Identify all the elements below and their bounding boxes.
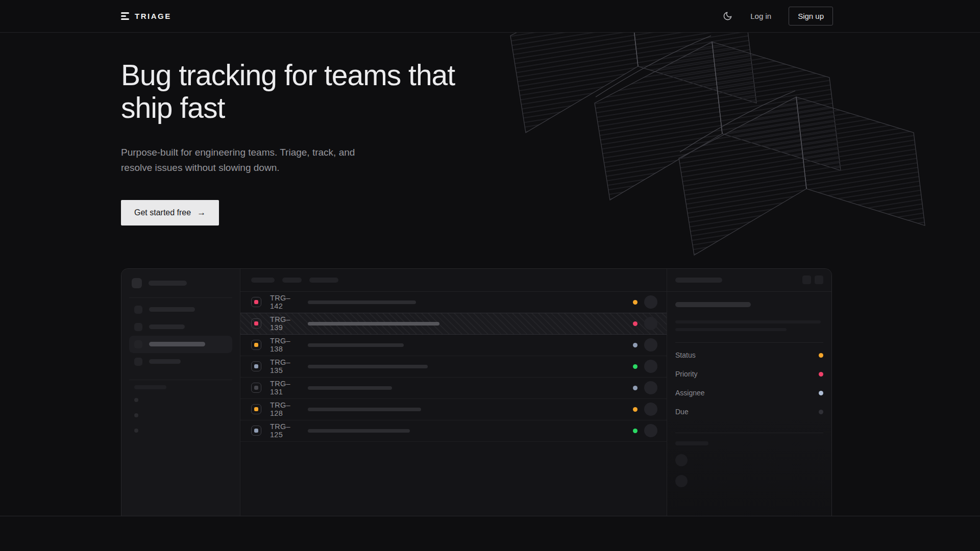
assignee-avatar (644, 317, 657, 330)
hero-section: Bug tracking for teams that ship fast Pu… (0, 33, 980, 226)
preview-sidebar (121, 269, 240, 516)
issue-title-skeleton (308, 365, 428, 368)
issue-row-meta (633, 403, 657, 416)
sidebar-item-icon (134, 306, 142, 314)
status-dot-icon (633, 407, 638, 412)
detail-body: Status Priority Assignee Due (667, 292, 831, 516)
issue-id: TRG–125 (270, 422, 302, 439)
issue-row-meta (633, 317, 657, 330)
assignee-avatar (644, 338, 657, 352)
sidebar-item-icon (134, 340, 142, 348)
sidebar-item[interactable] (129, 353, 232, 370)
filter-tab-skeleton[interactable] (282, 278, 302, 283)
field-value-dot-icon (819, 353, 823, 358)
issue-list-panel: TRG–142 TRG–139 TRG–138 TRG–135 TRG– (240, 269, 667, 516)
field-value-dot-icon (819, 410, 823, 414)
issue-row[interactable]: TRG–138 (240, 335, 667, 356)
status-dot-icon (633, 343, 638, 347)
issue-row[interactable]: TRG–125 (240, 420, 667, 442)
arrow-right-icon: → (197, 208, 206, 217)
detail-field-row[interactable]: Assignee (675, 384, 823, 403)
issue-type-icon (251, 318, 261, 329)
issue-row-meta (633, 424, 657, 437)
detail-text-skeleton (675, 320, 821, 323)
issue-list-header (240, 269, 667, 292)
detail-field-row[interactable]: Priority (675, 365, 823, 384)
sidebar-item-label-skeleton (149, 359, 181, 364)
theme-toggle-button[interactable] (722, 11, 733, 22)
top-nav: TRIAGE Log in Sign up (0, 0, 980, 33)
issue-id: TRG–139 (270, 315, 302, 332)
issue-title-skeleton (308, 408, 421, 411)
detail-field-row[interactable]: Status (675, 346, 823, 365)
sidebar-section-label-skeleton (134, 385, 166, 389)
issue-detail-panel: Status Priority Assignee Due (667, 269, 831, 516)
issue-row-meta (633, 338, 657, 352)
sidebar-item[interactable] (129, 318, 232, 336)
issue-type-icon (251, 404, 261, 414)
status-dot-icon (633, 386, 638, 390)
issue-row[interactable]: TRG–142 (240, 292, 667, 313)
issue-row[interactable]: TRG–135 (240, 356, 667, 378)
status-dot-icon (633, 429, 638, 433)
workspace-icon (132, 278, 142, 288)
sidebar-divider (129, 297, 232, 298)
detail-action-button[interactable] (815, 276, 823, 284)
issue-type-icon (251, 297, 261, 307)
activity-avatar-skeleton (675, 454, 688, 466)
sidebar-item[interactable] (129, 301, 232, 318)
issue-row[interactable]: TRG–139 (240, 313, 667, 335)
get-started-button[interactable]: Get started free → (121, 200, 219, 226)
assignee-avatar (644, 403, 657, 416)
assignee-avatar (644, 295, 657, 309)
issue-row[interactable]: TRG–128 (240, 399, 667, 420)
workspace-switcher[interactable] (129, 278, 232, 288)
sidebar-project-item[interactable] (129, 392, 232, 408)
sidebar-item-label-skeleton (149, 324, 185, 329)
footer-band (0, 516, 980, 550)
issue-row[interactable]: TRG–131 (240, 378, 667, 399)
brand-logo[interactable]: TRIAGE (121, 12, 172, 20)
detail-header (667, 269, 831, 292)
sidebar-item-label-skeleton (149, 307, 195, 312)
sidebar-item-active[interactable] (129, 336, 232, 353)
hero-subtitle: Purpose-built for engineering teams. Tri… (121, 145, 361, 176)
issue-type-icon (251, 340, 261, 350)
brand-name: TRIAGE (135, 12, 172, 20)
issue-title-skeleton (308, 386, 392, 390)
sidebar-project-item[interactable] (129, 423, 232, 438)
detail-divider (675, 433, 823, 433)
status-dot-icon (633, 321, 638, 326)
issue-id: TRG–138 (270, 337, 302, 353)
project-dot-icon (134, 429, 138, 433)
field-label: Assignee (675, 389, 705, 397)
detail-divider (675, 342, 823, 343)
sidebar-item-icon (134, 358, 142, 366)
login-link[interactable]: Log in (750, 12, 771, 20)
detail-breadcrumb-skeleton (675, 278, 722, 283)
issue-type-icon (251, 361, 261, 371)
get-started-label: Get started free (134, 208, 191, 217)
detail-action-button[interactable] (802, 276, 811, 284)
detail-field-row[interactable]: Due (675, 403, 823, 421)
triage-logo-icon (121, 12, 129, 20)
issue-rows: TRG–142 TRG–139 TRG–138 TRG–135 TRG– (240, 292, 667, 442)
sidebar-project-item[interactable] (129, 408, 232, 423)
detail-header-actions (802, 276, 823, 284)
issue-id: TRG–142 (270, 294, 302, 310)
issue-title-skeleton (308, 343, 404, 347)
nav-actions: Log in Sign up (722, 7, 833, 26)
issue-row-meta (633, 360, 657, 373)
issue-title-skeleton (308, 322, 439, 325)
filter-tab-skeleton[interactable] (251, 278, 275, 283)
issue-title-skeleton (308, 429, 410, 433)
issue-id: TRG–128 (270, 401, 302, 417)
app-preview-card: TRG–142 TRG–139 TRG–138 TRG–135 TRG– (121, 268, 832, 516)
project-dot-icon (134, 398, 138, 402)
issue-title-skeleton (308, 300, 416, 304)
field-value-dot-icon (819, 391, 823, 395)
signup-button[interactable]: Sign up (789, 7, 833, 26)
filter-tab-skeleton[interactable] (309, 278, 338, 283)
issue-type-icon (251, 383, 261, 393)
issue-row-meta (633, 381, 657, 394)
